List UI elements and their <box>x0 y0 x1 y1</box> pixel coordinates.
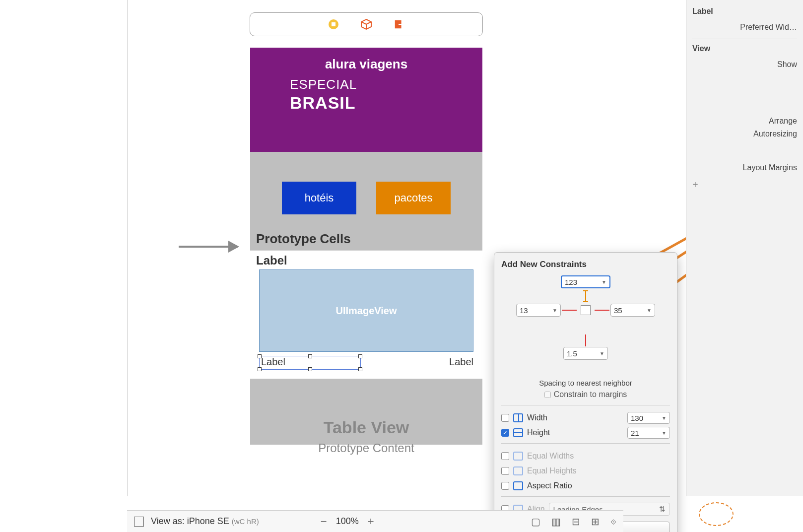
add-constraints-popover: Add New Constraints 123▼ 13▼ 35▼ 1.5▼ Sp… <box>494 252 677 532</box>
tableview-title: Table View <box>324 418 409 437</box>
equal-heights-checkbox <box>501 467 509 475</box>
top-constraint-input[interactable]: 123▼ <box>561 275 610 288</box>
cell-label-right: Label <box>449 356 473 368</box>
bottom-constraint-input[interactable]: 1.5▼ <box>563 347 608 360</box>
view-as-variants: (wC hR) <box>232 517 259 526</box>
tabs-row: hotéis pacotes <box>250 182 482 214</box>
left-constraint-input[interactable]: 13▼ <box>516 304 561 317</box>
inspector-section-view: View <box>692 44 797 53</box>
arrange-label: Arrange <box>769 117 797 126</box>
top-strut-icon[interactable] <box>585 290 586 302</box>
equal-heights-row: Equal Heights <box>501 464 670 478</box>
library-drag-indicator <box>699 502 734 526</box>
equal-heights-icon <box>513 466 523 475</box>
view-as-label[interactable]: View as: iPhone SE (wC hR) <box>151 516 259 527</box>
header-line2: BRASIL <box>290 93 482 113</box>
stop-icon[interactable] <box>327 18 340 31</box>
app-header: alura viagens ESPECIAL BRASIL <box>250 48 482 152</box>
chevron-down-icon: ▼ <box>647 308 652 313</box>
layout-margins-label: Layout Margins <box>743 163 797 172</box>
canvas-bottom-bar: View as: iPhone SE (wC hR) − 100% + ▢ ▥ … <box>127 510 623 532</box>
arrange-row: Arrange <box>692 113 797 130</box>
plus-icon[interactable]: + <box>692 179 698 191</box>
autoresizing-label: Autoresizing <box>753 130 797 138</box>
inspector-section-label: Label <box>692 7 797 16</box>
equal-heights-label: Equal Heights <box>527 466 670 475</box>
cell-label-left: Label <box>261 356 285 368</box>
left-strut-icon[interactable] <box>562 310 577 311</box>
chevron-down-icon: ▼ <box>552 308 557 313</box>
constraint-center-rect <box>581 305 591 315</box>
box3d-icon[interactable] <box>360 18 373 31</box>
export-icon[interactable] <box>393 18 405 31</box>
cell-top-label: Label <box>256 254 287 267</box>
prototype-cell[interactable]: Label UIImageView Label Label <box>250 250 482 379</box>
show-row: Show <box>692 56 797 73</box>
tab-pacotes[interactable]: pacotes <box>376 182 451 214</box>
bottom-constraint-value: 1.5 <box>567 349 577 358</box>
layout-tools: ▢ ▥ ⊟ ⊞ ⟐ <box>531 516 616 528</box>
chevron-down-icon: ▼ <box>602 279 606 285</box>
width-icon <box>513 413 523 422</box>
constrain-to-margins-checkbox[interactable]: Constrain to margins <box>501 390 670 399</box>
height-constraint-row: ✓ Height 21▼ <box>501 425 670 440</box>
resolve-issues-icon[interactable]: ⟐ <box>610 516 616 528</box>
align-tool-icon[interactable]: ⊟ <box>572 516 580 528</box>
add-row[interactable]: + <box>692 176 797 193</box>
view-as-text: View as: iPhone SE <box>151 516 229 526</box>
height-value: 21 <box>631 429 639 437</box>
right-constraint-value: 35 <box>614 306 622 315</box>
prototype-cells-title: Prototype Cells <box>256 231 351 247</box>
embed-in-icon[interactable]: ▥ <box>551 516 561 528</box>
width-constraint-row: Width 130▼ <box>501 410 670 425</box>
constrain-margins-input[interactable] <box>544 392 551 398</box>
aspect-ratio-checkbox[interactable] <box>501 482 509 490</box>
equal-widths-checkbox <box>501 452 509 460</box>
annotation-arrow-gray <box>179 246 238 248</box>
uiimageview-text: UIImageView <box>335 305 397 317</box>
tableview-placeholder: Table View Prototype Content <box>250 380 482 492</box>
top-constraint-value: 123 <box>565 278 577 286</box>
update-frames-icon[interactable]: ▢ <box>531 516 540 528</box>
zoom-in-button[interactable]: + <box>368 515 374 528</box>
height-label: Height <box>527 428 623 437</box>
preferred-width-row: Preferred Wid… <box>692 19 797 36</box>
spacing-note: Spacing to nearest neighbor <box>501 379 670 387</box>
preferred-width-label: Preferred Wid… <box>740 23 797 32</box>
inspector-panel: Label Preferred Wid… View Show Arrange A… <box>686 0 803 496</box>
uiimageview-placeholder[interactable]: UIImageView <box>259 269 473 352</box>
aspect-ratio-row: Aspect Ratio <box>501 478 670 493</box>
tab-hoteis[interactable]: hotéis <box>282 182 356 214</box>
header-line1: ESPECIAL <box>290 77 482 92</box>
width-label: Width <box>527 413 623 422</box>
pin-tool-icon[interactable]: ⊞ <box>591 516 600 528</box>
popover-title: Add New Constraints <box>501 260 670 269</box>
right-constraint-input[interactable]: 35▼ <box>610 304 655 317</box>
brand-title: alura viagens <box>250 57 482 72</box>
chevron-down-icon: ▼ <box>662 415 667 421</box>
layout-margins-row: Layout Margins <box>692 159 797 176</box>
equal-widths-label: Equal Widths <box>527 452 670 461</box>
tab-pacotes-label: pacotes <box>394 192 432 204</box>
constrain-margins-label: Constrain to margins <box>554 390 627 399</box>
bottom-strut-icon[interactable] <box>585 334 586 346</box>
constraint-diagram: 123▼ 13▼ 35▼ <box>501 275 670 345</box>
zoom-out-button[interactable]: − <box>321 515 327 528</box>
scene-toolbar <box>250 12 483 36</box>
device-outline-icon[interactable] <box>134 517 144 527</box>
tab-hoteis-label: hotéis <box>305 192 334 204</box>
height-value-input[interactable]: 21▼ <box>627 427 670 439</box>
aspect-ratio-label: Aspect Ratio <box>527 481 670 490</box>
width-value-input[interactable]: 130▼ <box>627 412 670 424</box>
device-preview: alura viagens ESPECIAL BRASIL hotéis pac… <box>250 48 482 445</box>
equal-widths-row: Equal Widths <box>501 449 670 464</box>
height-icon <box>513 428 523 437</box>
right-strut-icon[interactable] <box>595 310 609 311</box>
updown-icon: ⇅ <box>659 505 666 514</box>
chevron-down-icon: ▼ <box>662 430 667 436</box>
left-constraint-value: 13 <box>520 306 528 315</box>
zoom-controls: − 100% + <box>321 515 374 528</box>
tableview-subtitle: Prototype Content <box>318 441 414 455</box>
height-checkbox[interactable]: ✓ <box>501 429 509 437</box>
width-checkbox[interactable] <box>501 414 509 422</box>
